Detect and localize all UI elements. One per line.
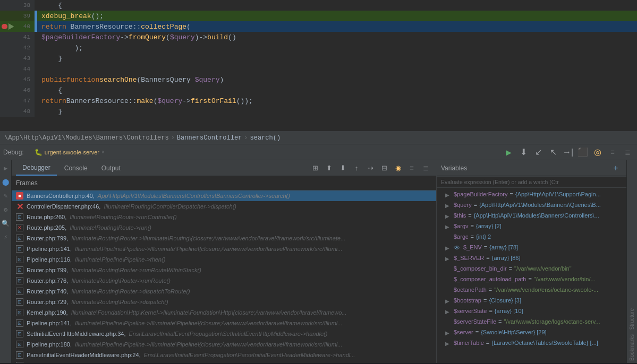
breadcrumb-method[interactable]: search() — [250, 134, 281, 142]
frame-icon-9: ⊡ — [16, 277, 23, 284]
debug-tab-name: urgent-swoole-server — [45, 149, 99, 155]
frame-item-11[interactable]: ⊡ Router.php:729, Illuminate\Routing\Rou… — [12, 297, 436, 307]
tab-console[interactable]: Console — [58, 160, 94, 176]
var-item-pageBuilderFactory[interactable]: ▶ $pageBuilderFactory = {App\Http\ApiV1\… — [437, 190, 626, 201]
frame-item-1[interactable]: ■ BannersController.php:40, App\Http\Api… — [12, 190, 436, 201]
run-cursor-btn2[interactable]: ⇢ — [364, 162, 377, 175]
var-item-bootstrap[interactable]: ▶ $bootstrap = {Closure} [3] — [437, 296, 626, 307]
list2-btn[interactable]: ≣ — [419, 162, 432, 175]
layout-btn[interactable]: ⊞ — [309, 162, 321, 175]
expand-arrow-3: ▶ — [445, 213, 452, 219]
step-up-btn[interactable]: ⬆ — [322, 162, 335, 175]
step-out-button[interactable]: ↖ — [547, 146, 559, 159]
expand-arrow-7: ▶ — [445, 256, 452, 262]
sidebar-icon-debug[interactable]: ⬤ — [1, 177, 11, 187]
var-eq-8: = — [509, 265, 512, 272]
sidebar-icon-settings[interactable]: ⚙ — [1, 205, 11, 214]
frame-item-8[interactable]: ⊡ Router.php:799, Illuminate\Routing\Rou… — [12, 265, 436, 275]
variables-list: ▶ $pageBuilderFactory = {App\Http\ApiV1\… — [437, 188, 626, 363]
var-val-6: {array} [78] — [489, 244, 518, 250]
code-line-41: 41 $pageBuilderFactory->fromQuery($query… — [0, 32, 637, 42]
debug-tab-close[interactable]: × — [101, 149, 105, 155]
frame-class-11: Illuminate\Routing\Router->dispatch() — [71, 299, 168, 305]
bookmarks-label[interactable]: Bookmarks — [628, 332, 636, 363]
code-line-42: 42 ); — [0, 42, 637, 53]
frame-item-16[interactable]: ⊡ ParseInitialEventHeaderMiddleware.php:… — [12, 350, 436, 360]
structure-label[interactable]: Structure — [628, 306, 636, 332]
watches-button[interactable]: ≣ — [621, 146, 634, 159]
code-line-40: 40 return BannersResource::collectPage( — [0, 21, 637, 32]
line-number-44: 44 — [0, 64, 35, 74]
var-key-4: $argv — [454, 223, 469, 229]
frame-icon-breakpoint-1: ■ — [16, 192, 23, 200]
var-item-timer-table[interactable]: ▶ $timerTable = {Laravel\Octane\Tables\S… — [437, 339, 626, 349]
var-item-octane-path[interactable]: ▶ $octanePath = "/var/www/vendor/ensi/oc… — [437, 285, 626, 296]
frame-item-12[interactable]: ⊡ Kernel.php:190, Illuminate\Foundation\… — [12, 307, 436, 318]
debug-tab-swoole[interactable]: 🐛 urgent-swoole-server × — [29, 146, 110, 159]
breadcrumb-controller[interactable]: BannersController — [177, 134, 242, 142]
evaluate-bar[interactable]: Evaluate expression (Enter) or add a wat… — [437, 176, 626, 188]
expand-arrow-2: ▶ — [445, 203, 452, 209]
sidebar-icon-search[interactable]: 🔍 — [1, 219, 11, 228]
grid-btn[interactable]: ⊟ — [378, 162, 390, 175]
step-dn-btn[interactable]: ⬇ — [336, 162, 349, 175]
expand-arrow-1: ▶ — [445, 192, 452, 198]
var-item-composer-bin[interactable]: ▶ $_composer_bin_dir = "/var/www/vendor/… — [437, 264, 626, 275]
var-item-this[interactable]: ▶ $this = {App\Http\ApiV1\Modules\Banner… — [437, 211, 626, 222]
frame-item-9[interactable]: ⊡ Router.php:776, Illuminate\Routing\Rou… — [12, 275, 436, 286]
var-val-9: "/var/www/vendor/bin/... — [534, 276, 596, 282]
frame-icon-8: ⊡ — [16, 266, 23, 274]
var-key-10: $octanePath — [454, 287, 487, 293]
frame-file-11: Router.php:729, — [27, 299, 68, 305]
add-watch-button[interactable]: + — [609, 162, 622, 175]
list-btn[interactable]: ≡ — [405, 162, 418, 175]
line-number-40: 40 — [0, 21, 35, 32]
var-eq-12: = — [489, 308, 492, 314]
var-eq-7: = — [486, 255, 489, 261]
frame-class-7: Illuminate\Pipeline\Pipeline->then() — [75, 256, 165, 263]
sidebar-icon-pencil[interactable]: ✎ — [1, 191, 11, 201]
frame-item-2[interactable]: ✕ ControllerDispatcher.php:46, Illuminat… — [12, 201, 436, 212]
var-item-query[interactable]: ▶ $query = {App\Http\ApiV1\Modules\Banne… — [437, 201, 626, 211]
frame-item-14[interactable]: ⊡ SetInitialEventHttpMiddleware.php:34, … — [12, 328, 436, 339]
line-number-43: 43 — [0, 53, 35, 64]
frame-item-5[interactable]: ⊡ Router.php:799, Illuminate\Routing\Rou… — [12, 233, 436, 244]
highlight-btn[interactable]: ◉ — [392, 162, 404, 175]
frames-list[interactable]: ■ BannersController.php:40, App\Http\Api… — [12, 190, 436, 363]
var-key-7: $_SERVER — [454, 255, 484, 261]
step-out-btn2[interactable]: ↑ — [350, 162, 363, 175]
line-number-45: 45 — [0, 74, 35, 85]
var-item-argv[interactable]: ▶ $argv = {array} [2] — [437, 222, 626, 232]
sidebar-icon-run[interactable]: ▶ — [1, 163, 11, 173]
var-item-server-state[interactable]: ▶ $serverState = {array} [10] — [437, 307, 626, 317]
var-item-argc[interactable]: ▶ $argc = {int} 2 — [437, 232, 626, 243]
frame-class-6: Illuminate\Pipeline\Pipeline->Illuminate… — [75, 246, 342, 252]
sidebar-icon-bolt[interactable]: ⚡ — [1, 232, 11, 242]
stop-button[interactable]: ⬛ — [576, 146, 589, 159]
frame-item-10[interactable]: ⊡ Router.php:740, Illuminate\Routing\Rou… — [12, 286, 436, 297]
frame-class-5: Illuminate\Routing\Router->Illuminate\Ro… — [71, 235, 345, 241]
tab-debugger[interactable]: Debugger — [16, 160, 57, 176]
resume-button[interactable]: ▶ — [502, 146, 515, 159]
step-over-button[interactable]: ⬇ — [517, 146, 530, 159]
frame-item-17[interactable]: ⊡ Pipeline.php:180, Illuminate\Pipeline\… — [12, 360, 436, 363]
frame-item-15[interactable]: ⊡ Pipeline.php:180, Illuminate\Pipeline\… — [12, 339, 436, 350]
var-item-server[interactable]: ▶ $_SERVER = {array} [86] — [437, 254, 626, 264]
frame-item-3[interactable]: ⊡ Route.php:260, Illuminate\Routing\Rout… — [12, 212, 436, 222]
var-item-composer-autoload[interactable]: ▶ $_composer_autoload_path = "/var/www/v… — [437, 275, 626, 285]
frame-icon-13: ⊡ — [16, 319, 23, 327]
step-into-button[interactable]: ↙ — [532, 146, 545, 159]
frame-icon-16: ⊡ — [16, 351, 23, 359]
frame-item-13[interactable]: ⊡ Pipeline.php:141, Illuminate\Pipeline\… — [12, 318, 436, 328]
var-item-server-state-file[interactable]: ▶ $serverStateFile = "/var/www/storage/l… — [437, 317, 626, 328]
frame-item-6[interactable]: ⊡ Pipeline.php:141, Illuminate\Pipeline\… — [12, 244, 436, 254]
frame-item-7[interactable]: ⊡ Pipeline.php:116, Illuminate\Pipeline\… — [12, 254, 436, 265]
frames-section-title: Frames — [12, 176, 436, 190]
evaluate-button[interactable]: ◎ — [591, 146, 604, 159]
frames-button[interactable]: ≡ — [606, 146, 619, 159]
var-item-swoole-server[interactable]: ▶ $server = {Swoole\Http\Server} [29] — [437, 328, 626, 339]
frame-item-4[interactable]: ✕ Route.php:205, Illuminate\Routing\Rout… — [12, 222, 436, 233]
var-item-env[interactable]: ▶ 👁 $_ENV = {array} [78] — [437, 243, 626, 254]
run-to-cursor-button[interactable]: →| — [562, 146, 574, 159]
tab-output[interactable]: Output — [95, 160, 127, 176]
